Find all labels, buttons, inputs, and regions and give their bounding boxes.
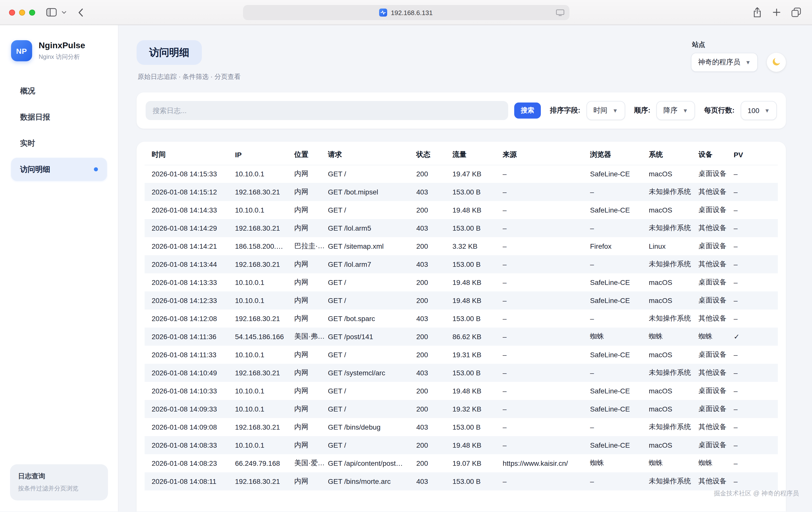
table-cell: 19.32 KB bbox=[448, 400, 499, 418]
zoom-window-button[interactable] bbox=[29, 9, 35, 15]
table-cell: 10.10.0.1 bbox=[231, 201, 290, 219]
table-cell: 巴拉圭·… bbox=[290, 237, 324, 255]
table-cell: 19.48 KB bbox=[448, 201, 499, 219]
table-cell: GET /lol.arm7 bbox=[324, 255, 412, 273]
main-content: 访问明细 原始日志追踪 · 条件筛选 · 分页查看 站点 神奇的程序员 ▼ bbox=[118, 25, 812, 512]
table-cell: 内网 bbox=[290, 436, 324, 454]
table-cell: 2026-01-08 14:08:11 bbox=[145, 472, 231, 490]
table-cell: 192.168.30.21 bbox=[231, 472, 290, 490]
table-cell: 内网 bbox=[290, 346, 324, 364]
table-row: 2026-01-08 14:08:2366.249.79.168美国·爱…GET… bbox=[145, 454, 778, 472]
minimize-window-button[interactable] bbox=[19, 9, 25, 15]
new-tab-icon[interactable] bbox=[773, 8, 780, 16]
sidebar-nav: 概况 数据日报 实时 访问明细 bbox=[11, 79, 107, 181]
table-cell: GET /systemcl/arc bbox=[324, 364, 412, 382]
page-title: 访问明细 bbox=[137, 40, 202, 65]
address-bar[interactable]: 192.168.6.131 bbox=[243, 5, 569, 20]
table-cell: 蜘蛛 bbox=[586, 328, 645, 346]
table-cell: 美国·弗… bbox=[290, 328, 324, 346]
table-cell: 2026-01-08 14:08:23 bbox=[145, 454, 231, 472]
app-name: NginxPulse bbox=[39, 41, 85, 51]
table-cell: – bbox=[499, 309, 586, 328]
moon-icon bbox=[772, 57, 781, 68]
table-row: 2026-01-08 14:13:44192.168.30.21内网GET /l… bbox=[145, 255, 778, 273]
table-cell: 19.47 KB bbox=[448, 165, 499, 183]
table-cell: – bbox=[499, 201, 586, 219]
page-size-label: 每页行数: bbox=[704, 106, 734, 115]
theme-toggle-button[interactable] bbox=[767, 53, 786, 72]
column-header: 浏览器 bbox=[586, 145, 645, 165]
table-cell: 其他设备 bbox=[695, 418, 730, 436]
table-cell: 其他设备 bbox=[695, 472, 730, 490]
page-subtitle: 原始日志追踪 · 条件筛选 · 分页查看 bbox=[138, 72, 240, 81]
table-cell: 未知操作系统 bbox=[645, 309, 695, 328]
table-cell: 200 bbox=[412, 291, 448, 309]
monitor-icon[interactable] bbox=[556, 9, 564, 16]
window-controls bbox=[9, 9, 35, 15]
table-cell: GET /bot.mipsel bbox=[324, 183, 412, 201]
table-cell: 内网 bbox=[290, 364, 324, 382]
share-icon[interactable] bbox=[753, 7, 762, 18]
table-cell: 桌面设备 bbox=[695, 346, 730, 364]
back-button[interactable] bbox=[77, 8, 83, 17]
site-select[interactable]: 神奇的程序员 ▼ bbox=[691, 53, 758, 72]
table-cell: – bbox=[499, 400, 586, 418]
sidebar-item-daily-report[interactable]: 数据日报 bbox=[11, 106, 107, 129]
sidebar: NP NginxPulse Nginx 访问分析 概况 数据日报 实时 访问明细… bbox=[0, 25, 118, 512]
table-cell: – bbox=[730, 183, 778, 201]
column-header: 设备 bbox=[695, 145, 730, 165]
table-cell: – bbox=[586, 364, 645, 382]
table-cell: 54.145.186.166 bbox=[231, 328, 290, 346]
table-cell: – bbox=[730, 454, 778, 472]
page-size-select[interactable]: 100 ▼ bbox=[741, 101, 777, 120]
site-select-value: 神奇的程序员 bbox=[698, 58, 740, 67]
sort-field-select[interactable]: 时间 ▼ bbox=[586, 101, 625, 120]
sidebar-item-overview[interactable]: 概况 bbox=[11, 79, 107, 103]
table-cell: 2026-01-08 14:13:44 bbox=[145, 255, 231, 273]
search-input[interactable] bbox=[146, 101, 508, 120]
order-select[interactable]: 降序 ▼ bbox=[656, 101, 695, 120]
table-cell: 403 bbox=[412, 255, 448, 273]
table-cell: 192.168.30.21 bbox=[231, 219, 290, 237]
table-cell: GET / bbox=[324, 346, 412, 364]
table-cell: 403 bbox=[412, 418, 448, 436]
table-cell: 200 bbox=[412, 328, 448, 346]
tab-overview-icon[interactable] bbox=[791, 7, 801, 17]
sidebar-item-realtime[interactable]: 实时 bbox=[11, 132, 107, 155]
chevron-down-icon[interactable] bbox=[62, 11, 66, 14]
table-cell: 内网 bbox=[290, 309, 324, 328]
table-cell: macOS bbox=[645, 201, 695, 219]
column-header: 位置 bbox=[290, 145, 324, 165]
table-cell: 19.48 KB bbox=[448, 273, 499, 291]
sidebar-toggle-icon[interactable] bbox=[46, 8, 57, 17]
table-cell: 153.00 B bbox=[448, 309, 499, 328]
screen: 192.168.6.131 NP NginxPulse bbox=[0, 0, 812, 512]
table-cell: 2026-01-08 14:09:33 bbox=[145, 400, 231, 418]
table-cell: 153.00 B bbox=[448, 255, 499, 273]
table-cell: GET /post/141 bbox=[324, 328, 412, 346]
table-cell: 10.10.0.1 bbox=[231, 382, 290, 400]
table-cell: 200 bbox=[412, 436, 448, 454]
table-cell: – bbox=[730, 418, 778, 436]
table-cell: – bbox=[499, 273, 586, 291]
table-cell: – bbox=[586, 219, 645, 237]
table-cell: 3.32 KB bbox=[448, 237, 499, 255]
table-cell: 10.10.0.1 bbox=[231, 291, 290, 309]
close-window-button[interactable] bbox=[9, 9, 15, 15]
log-query-card: 日志查询 按条件过滤并分页浏览 bbox=[10, 464, 108, 501]
table-cell: 66.249.79.168 bbox=[231, 454, 290, 472]
table-cell: macOS bbox=[645, 165, 695, 183]
search-button[interactable]: 搜索 bbox=[514, 103, 541, 118]
table-cell: 其他设备 bbox=[695, 309, 730, 328]
table-row: 2026-01-08 14:15:12192.168.30.21内网GET /b… bbox=[145, 183, 778, 201]
table-cell: GET /bins/debug bbox=[324, 418, 412, 436]
table-cell: 桌面设备 bbox=[695, 382, 730, 400]
chevron-down-icon: ▼ bbox=[764, 108, 770, 113]
table-cell: 2026-01-08 14:08:33 bbox=[145, 436, 231, 454]
sidebar-item-access-details[interactable]: 访问明细 bbox=[11, 158, 107, 181]
table-cell: 2026-01-08 14:09:08 bbox=[145, 418, 231, 436]
app-subtitle: Nginx 访问分析 bbox=[39, 53, 85, 61]
table-cell: – bbox=[499, 219, 586, 237]
table-cell: 内网 bbox=[290, 400, 324, 418]
table-row: 2026-01-08 14:11:3310.10.0.1内网GET /20019… bbox=[145, 346, 778, 364]
